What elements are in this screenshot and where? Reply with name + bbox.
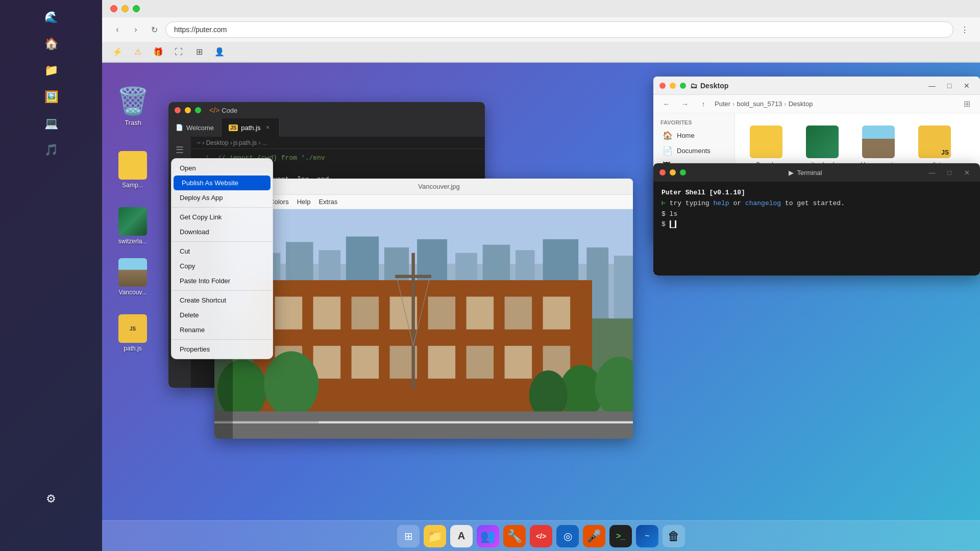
fm-forward-button[interactable]: →	[678, 97, 692, 111]
tab-pathjs-close[interactable]: ×	[264, 123, 272, 132]
dock-tools[interactable]: 🔧	[503, 525, 526, 547]
dock-audio[interactable]: 🎤	[583, 525, 605, 547]
dock-fonts[interactable]: A	[450, 525, 473, 547]
fm-close-ctrl[interactable]: ✕	[960, 79, 974, 93]
ctx-download[interactable]: Download	[172, 224, 273, 239]
sidebar-icon-folder[interactable]: 📁	[40, 59, 62, 82]
dock-appgrid-icon: ⊞	[404, 530, 413, 542]
dock-trash[interactable]: 🗑	[663, 525, 685, 547]
dock-terminal[interactable]: >_	[609, 525, 632, 547]
imgv-menu-extras[interactable]: Extras	[318, 198, 337, 206]
terminal-max-btn[interactable]: □	[942, 165, 957, 180]
ctx-properties[interactable]: Properties	[172, 342, 273, 357]
fm-minimize-button[interactable]	[670, 83, 676, 89]
trash-desktop-icon[interactable]: 🗑️ Trash	[112, 82, 154, 131]
close-button[interactable]	[110, 5, 117, 12]
dock-puter[interactable]: ~	[636, 525, 658, 547]
ctx-get-copy-link[interactable]: Get Copy Link	[172, 210, 273, 224]
svg-rect-18	[313, 296, 341, 329]
fm-close-button[interactable]	[659, 83, 666, 89]
sidebar-icon-music[interactable]: 🎵	[40, 139, 62, 161]
minimize-button[interactable]	[121, 5, 129, 12]
desktop-file-vancouver[interactable]: Vancouv...	[112, 255, 153, 299]
ctx-download-label: Download	[180, 228, 209, 236]
ctx-open[interactable]: Open	[172, 161, 273, 176]
sidebar-icon-wave[interactable]: 🌊	[40, 6, 62, 29]
fm-maximize-ctrl[interactable]: □	[942, 79, 957, 93]
terminal-minimize-button[interactable]	[670, 169, 676, 176]
ctx-delete[interactable]: Delete	[172, 308, 273, 322]
desktop-file-pathjs[interactable]: JS path.js	[112, 311, 153, 355]
fm-title-icon: 🗂	[690, 82, 697, 90]
toolbar-gift-icon[interactable]: 🎁	[151, 45, 165, 59]
fm-toolbar: ← → ↑ Puter › bold_sun_5713 › Desktop ⊞	[653, 95, 980, 113]
fm-minimize-ctrl[interactable]: —	[925, 79, 939, 93]
toolbar-expand-icon[interactable]: ⛶	[172, 45, 186, 59]
dock-users[interactable]: 👥	[477, 525, 499, 547]
dock-tools-icon: 🔧	[507, 529, 522, 543]
toolbar-warning-icon[interactable]: ⚠	[131, 45, 145, 59]
maximize-button[interactable]	[133, 5, 140, 12]
fm-sidebar-home[interactable]: 🏠 Home	[655, 128, 732, 143]
svg-rect-22	[467, 296, 494, 329]
sidebar-icon-image[interactable]: 🖼️	[40, 86, 62, 108]
code-close-button[interactable]	[175, 107, 181, 113]
desktop-file-sample[interactable]: Samp...	[112, 148, 153, 192]
terminal-close-button[interactable]	[659, 169, 666, 176]
browser-menu-button[interactable]: ⋮	[958, 22, 972, 37]
ctx-deploy-as-app[interactable]: Deploy As App	[172, 190, 273, 205]
dock-files-icon: 📁	[427, 529, 443, 543]
fm-sidebar-documents[interactable]: 📄 Documents	[655, 143, 732, 158]
ctx-copy[interactable]: Copy	[172, 259, 273, 273]
fm-back-button[interactable]: ←	[659, 97, 674, 111]
desktop-file-switzerland[interactable]: switzerla...	[112, 204, 153, 248]
svg-rect-26	[313, 346, 341, 379]
terminal-cursor-block: █	[670, 220, 677, 228]
ctx-get-copy-link-label: Get Copy Link	[180, 213, 222, 221]
terminal-maximize-button[interactable]	[680, 169, 686, 176]
js-label: JS	[941, 149, 949, 156]
code-maximize-button[interactable]	[195, 107, 201, 113]
ctx-publish-as-website[interactable]: Publish As Website	[174, 176, 271, 190]
dock-puter-icon: ~	[645, 532, 649, 541]
fm-up-button[interactable]: ↑	[696, 97, 710, 111]
dock-files[interactable]: 📁	[424, 525, 446, 547]
address-bar[interactable]: https://puter.com	[165, 21, 953, 38]
sidebar-explorer-icon[interactable]: ☰	[170, 141, 189, 159]
ctx-rename[interactable]: Rename	[172, 322, 273, 337]
fm-maximize-button[interactable]	[680, 83, 686, 89]
ctx-cut[interactable]: Cut	[172, 244, 273, 259]
grid-view-button[interactable]: ⊞	[960, 97, 974, 111]
jpg-icon	[118, 258, 147, 287]
svg-rect-42	[395, 275, 431, 278]
dock-code[interactable]: </>	[530, 525, 552, 547]
dock-app6[interactable]: ◎	[556, 525, 579, 547]
back-button[interactable]: ‹	[110, 22, 125, 37]
ctx-paste-into-folder[interactable]: Paste Into Folder	[172, 273, 273, 288]
tab-pathjs[interactable]: JS path.js ×	[222, 118, 280, 137]
sidebar-icon-settings[interactable]: ⚙	[40, 488, 62, 510]
browser-toolbar: ⚡ ⚠ 🎁 ⛶ ⊞ 👤	[102, 42, 980, 62]
tab-welcome[interactable]: 📄 Welcome	[168, 118, 222, 137]
imgv-menu-help[interactable]: Help	[297, 198, 311, 206]
ctx-rename-label: Rename	[180, 326, 205, 334]
tab-welcome-label: Welcome	[186, 124, 214, 132]
toolbar-icon-1[interactable]: ⚡	[110, 45, 125, 59]
code-minimize-button[interactable]	[185, 107, 191, 113]
toolbar-user-icon[interactable]: 👤	[212, 45, 227, 59]
terminal-close-btn[interactable]: ✕	[960, 165, 974, 180]
breadcrumb-user: bold_sun_5713	[737, 100, 782, 108]
ctx-create-shortcut[interactable]: Create Shortcut	[172, 293, 273, 308]
toolbar-grid-icon[interactable]: ⊞	[192, 45, 206, 59]
browser-left-sidebar: 🌊 🏠 📁 🖼️ 💻 🎵 ⚙	[0, 0, 102, 551]
sidebar-icon-home[interactable]: 🏠	[40, 33, 62, 55]
sidebar-icon-computer[interactable]: 💻	[40, 112, 62, 135]
context-menu: Open Publish As Website Deploy As App Ge…	[171, 158, 273, 359]
refresh-button[interactable]: ↻	[147, 22, 161, 37]
dock-terminal-icon: >_	[616, 532, 625, 541]
forward-button[interactable]: ›	[129, 22, 143, 37]
terminal-shell-text: Puter Shell [v0.1.10]	[662, 189, 745, 196]
dock-appgrid[interactable]: ⊞	[397, 525, 420, 547]
terminal-min-btn[interactable]: —	[925, 165, 939, 180]
terminal-body[interactable]: Puter Shell [v0.1.10] ⊢ try typing help …	[653, 182, 980, 276]
